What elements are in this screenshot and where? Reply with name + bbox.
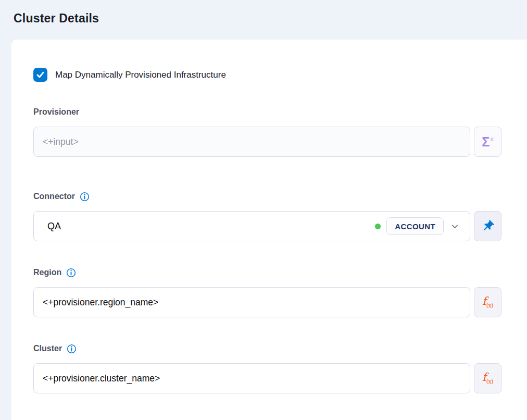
connector-scope-badge: ACCOUNT — [386, 217, 444, 235]
cluster-label: Cluster — [33, 343, 62, 354]
sigma-expression-icon: Σx — [482, 135, 494, 149]
cluster-input[interactable]: <+provisioner.cluster_name> — [33, 363, 470, 393]
input-type-expression-button[interactable]: Σx — [474, 127, 501, 157]
pin-connector-button[interactable] — [474, 211, 501, 241]
connector-input[interactable]: QA ACCOUNT — [33, 211, 470, 241]
provisioner-input: <+input> — [33, 127, 470, 157]
page-title: Cluster Details — [14, 11, 99, 26]
provisioner-field: Provisioner <+input> Σx — [33, 107, 501, 157]
connector-label: Connector — [33, 191, 75, 202]
cluster-details-card: Map Dynamically Provisioned Infrastructu… — [11, 40, 527, 420]
connector-status-dot — [375, 224, 381, 229]
pushpin-icon — [481, 219, 495, 233]
cluster-field: Cluster <+provisioner.cluster_name> f(x) — [33, 343, 501, 393]
info-icon[interactable] — [80, 192, 90, 202]
fx-icon: f(x) — [482, 372, 493, 385]
infra-checkbox[interactable] — [33, 68, 47, 82]
region-expression-button[interactable]: f(x) — [474, 287, 501, 317]
cluster-details-form: Map Dynamically Provisioned Infrastructu… — [33, 68, 501, 393]
provisioner-label: Provisioner — [33, 107, 79, 117]
info-icon[interactable] — [66, 268, 76, 278]
region-label: Region — [33, 267, 61, 278]
cluster-expression-button[interactable]: f(x) — [474, 363, 501, 393]
region-input[interactable]: <+provisioner.region_name> — [33, 287, 470, 317]
connector-field: Connector QA ACCOUNT — [33, 191, 501, 241]
connector-value: QA — [43, 221, 61, 232]
chevron-down-icon[interactable] — [450, 222, 459, 231]
fx-icon: f(x) — [482, 296, 493, 308]
info-icon[interactable] — [67, 344, 77, 354]
infra-checkbox-label[interactable]: Map Dynamically Provisioned Infrastructu… — [55, 70, 226, 80]
region-field: Region <+provisioner.region_name> f(x) — [33, 267, 501, 317]
checkmark-icon — [35, 70, 45, 80]
infra-checkbox-row[interactable]: Map Dynamically Provisioned Infrastructu… — [33, 68, 501, 82]
